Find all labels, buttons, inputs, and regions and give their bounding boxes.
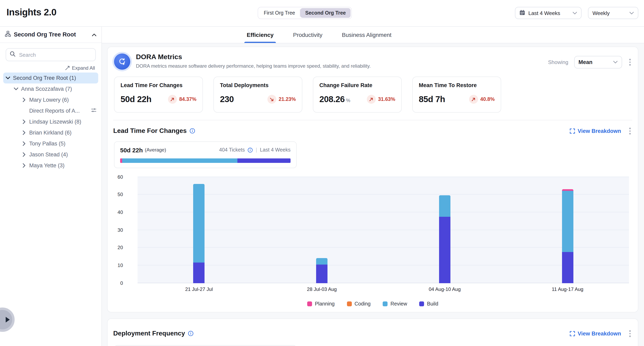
search-box[interactable] [6,48,96,61]
tree-item-label: Lindsay Liszewski (8) [29,119,81,125]
legend-item-review[interactable]: Review [383,301,407,307]
legend-item-coding[interactable]: Coding [347,301,370,307]
chevron-down-icon [613,61,618,64]
stacked-bar-4[interactable] [562,189,573,283]
stacked-bar-3[interactable] [439,195,450,283]
granularity-value: Weekly [592,10,626,16]
chevron-right-icon[interactable] [21,130,27,136]
app-window: Insights 2.0 First Org Tree Second Org T… [0,0,644,346]
tree-item-mary[interactable]: Mary Lowery (6) [20,94,98,105]
gridline [138,212,629,212]
org-tree-toggle: First Org Tree Second Org Tree [258,7,352,19]
dora-kebab-menu[interactable] [628,57,632,67]
date-range-select[interactable]: Last 4 Weeks [515,7,582,19]
granularity-select[interactable]: Weekly [588,7,638,19]
chart-legend: PlanningCodingReviewBuild [113,301,632,307]
tree-item-direct-reports[interactable]: Direct Reports of A... [20,105,98,116]
top-header: Insights 2.0 First Org Tree Second Org T… [0,0,644,27]
metric-card-lead-time: Lead Time For Changes 50d 22h 84.37% [114,77,203,113]
sliders-icon[interactable] [91,107,96,114]
summary-qualifier: (Average) [145,147,166,153]
main-area: Efficiency Productivity Business Alignme… [102,26,644,346]
x-axis-tick-label: 04 Aug-10 Aug [429,286,461,292]
tree-item-root[interactable]: Second Org Tree Root (1) [3,73,98,83]
expand-all-icon [65,66,70,70]
bar-segment-build [562,252,573,283]
phase-bar-segment-build [238,158,290,163]
legend-label: Coding [354,301,370,307]
info-icon[interactable] [248,147,253,153]
lead-time-chart: 21 Jul-27 Jul28 Jul-03 Aug04 Aug-10 Aug1… [126,177,632,283]
metric-card-change-failure-rate: Change Failure Rate 208.26% 31.63% [313,77,402,113]
metric-value: 85d 7h [419,94,446,104]
chevron-down-icon[interactable] [5,75,10,81]
tab-efficiency[interactable]: Efficiency [247,26,274,43]
tree-item-maya[interactable]: Maya Yette (3) [20,160,98,171]
sidebar-resize-handle[interactable] [0,308,14,332]
chart-plot-area: 21 Jul-27 Jul28 Jul-03 Aug04 Aug-10 Aug1… [138,177,629,283]
gridline [138,176,629,177]
metric-cards-row: Lead Time For Changes 50d 22h 84.37% Tot… [114,77,632,113]
bar-segment-review [316,258,328,265]
legend-label: Build [427,301,438,307]
dora-title: DORA Metrics [136,53,371,61]
tree-item-label: Mary Lowery (6) [29,97,69,103]
tree-item-anna[interactable]: Anna Scozzafava (7) [11,83,98,94]
chevron-down-icon[interactable] [13,86,19,92]
chevron-right-icon[interactable] [21,119,27,125]
bar-segment-review [193,184,205,263]
tabs-row: Efficiency Productivity Business Alignme… [102,26,644,43]
sidebar-collapse-button[interactable] [92,31,96,38]
search-input[interactable] [18,51,92,58]
chevron-right-icon[interactable] [21,141,27,147]
aggregation-value: Mean [578,59,613,65]
x-axis-tick-label: 21 Jul-27 Jul [185,286,213,292]
org-tree-icon [5,31,11,38]
summary-value: 50d 22h [120,147,143,153]
chevron-right-icon[interactable] [21,152,27,158]
expand-all-button[interactable]: Expand All [0,65,95,71]
bar-segment-review [439,195,450,217]
chevron-right-icon[interactable] [21,163,27,168]
x-axis-tick-label: 11 Aug-17 Aug [552,286,583,292]
legend-item-planning[interactable]: Planning [307,301,334,307]
info-icon[interactable] [190,128,195,134]
chevron-right-icon[interactable] [21,97,27,103]
chevron-up-icon [92,33,96,36]
stacked-bar-1[interactable] [193,184,205,283]
aggregation-select[interactable]: Mean [574,56,622,68]
summary-period: Last 4 Weeks [260,147,290,153]
lead-time-kebab-menu[interactable] [628,126,632,136]
deployment-view-breakdown-button[interactable]: View Breakdown [570,331,621,337]
expand-corners-icon [570,128,575,134]
info-icon[interactable] [188,331,194,337]
app-title: Insights 2.0 [6,7,56,18]
lead-time-section: Lead Time For Changes View Breakdown 50d… [113,120,632,307]
stacked-bar-2[interactable] [316,258,328,283]
tab-business-alignment[interactable]: Business Alignment [342,26,392,43]
date-range-value: Last 4 Weeks [528,10,569,16]
gridline [138,283,629,283]
metric-value: 230 [220,94,235,104]
search-icon [10,51,16,58]
gridline [138,194,629,194]
metric-delta: 21.23% [267,95,296,104]
deployment-kebab-menu[interactable] [628,329,632,339]
y-axis-tick-label: 50 [113,192,123,197]
toggle-first-org-tree[interactable]: First Org Tree [259,8,300,18]
tree-item-lindsay[interactable]: Lindsay Liszewski (8) [20,116,98,127]
legend-label: Review [390,301,407,307]
tab-productivity[interactable]: Productivity [293,26,322,43]
legend-item-build[interactable]: Build [419,301,438,307]
tree-item-tony[interactable]: Tony Pallas (5) [20,138,98,149]
calendar-icon [520,9,525,16]
toggle-second-org-tree[interactable]: Second Org Tree [300,8,350,18]
active-tab-underline [244,42,276,43]
tree-item-brian[interactable]: Brian Kirkland (6) [20,127,98,138]
metric-delta: 84.37% [168,95,196,104]
dora-subtitle: DORA metrics measure software delivery p… [136,63,371,69]
metric-value: 50d 22h [120,94,152,104]
lead-time-view-breakdown-button[interactable]: View Breakdown [570,128,621,134]
deployment-frequency-card: Deployment Frequency View Breakdown [107,319,638,346]
tree-item-jason[interactable]: Jason Stead (4) [20,149,98,160]
